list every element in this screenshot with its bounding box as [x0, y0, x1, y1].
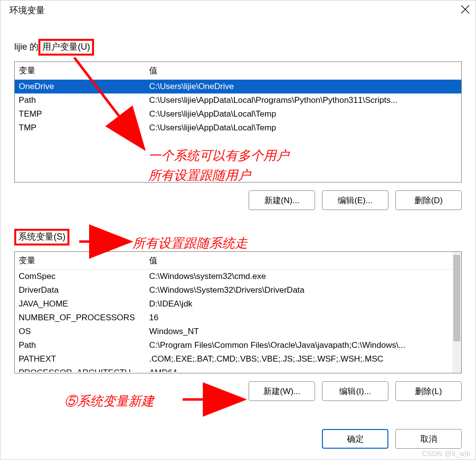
- ok-button[interactable]: 确定: [322, 429, 388, 449]
- table-row[interactable]: NUMBER_OF_PROCESSORS16: [15, 311, 461, 325]
- user-edit-button[interactable]: 编辑(E)...: [322, 190, 388, 210]
- table-row[interactable]: ComSpecC:\Windows\system32\cmd.exe: [15, 270, 461, 283]
- col-header-variable[interactable]: 变量: [15, 252, 145, 269]
- window-title: 环境变量: [9, 4, 45, 16]
- user-vars-label: lijie 的用户变量(U): [14, 39, 94, 56]
- table-row[interactable]: PathC:\Program Files\Common Files\Oracle…: [15, 338, 461, 352]
- annotation-box-user: 用户变量(U): [38, 39, 94, 56]
- col-header-value[interactable]: 值: [145, 62, 461, 79]
- table-row[interactable]: OneDrive C:\Users\lijie\OneDrive: [15, 80, 461, 93]
- close-icon[interactable]: [461, 5, 470, 16]
- user-new-button[interactable]: 新建(N)...: [249, 190, 315, 210]
- table-row[interactable]: OSWindows_NT: [15, 325, 461, 338]
- col-header-variable[interactable]: 变量: [15, 62, 145, 79]
- table-row[interactable]: Path C:\Users\lijie\AppData\Local\Progra…: [15, 93, 461, 107]
- cancel-button[interactable]: 取消: [395, 429, 462, 449]
- system-edit-button[interactable]: 编辑(I)...: [322, 381, 388, 401]
- system-vars-table[interactable]: 变量 值 ComSpecC:\Windows\system32\cmd.exe …: [14, 251, 462, 373]
- table-row[interactable]: PROCESSOR_ARCHITECTUREAMD64: [15, 366, 461, 372]
- annotation-sys-new: ⑤系统变量新建: [64, 392, 154, 411]
- scrollbar[interactable]: [452, 252, 461, 373]
- table-row[interactable]: DriverDataC:\Windows\System32\Drivers\Dr…: [15, 283, 461, 297]
- user-delete-button[interactable]: 删除(D): [395, 190, 462, 210]
- system-delete-button[interactable]: 删除(L): [395, 381, 462, 401]
- table-row[interactable]: PATHEXT.COM;.EXE;.BAT;.CMD;.VBS;.VBE;.JS…: [15, 352, 461, 366]
- system-vars-label: 系统变量(S): [14, 229, 69, 245]
- annotation-sys-note: 所有设置跟随系统走: [132, 234, 248, 253]
- table-row[interactable]: TMP C:\Users\lijie\AppData\Local\Temp: [15, 121, 461, 135]
- table-row[interactable]: TEMP C:\Users\lijie\AppData\Local\Temp: [15, 107, 461, 121]
- table-row[interactable]: JAVA_HOMED:\IDEA\jdk: [15, 297, 461, 311]
- watermark: CSDN @il_wjb: [422, 450, 471, 458]
- col-header-value[interactable]: 值: [145, 252, 461, 269]
- annotation-user-note: 一个系统可以有多个用户 所有设置跟随用户: [148, 146, 289, 186]
- system-new-button[interactable]: 新建(W)...: [249, 381, 315, 401]
